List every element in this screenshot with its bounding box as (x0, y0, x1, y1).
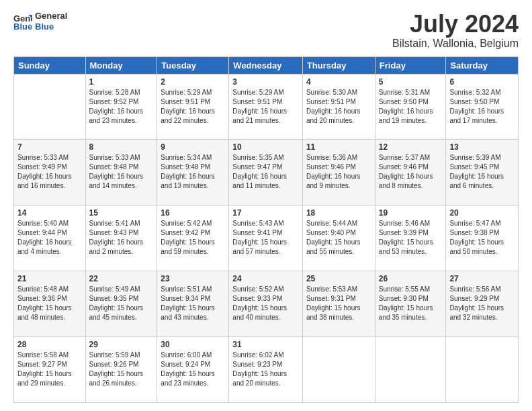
title-block: July 2024 Bilstain, Wallonia, Belgium (392, 11, 519, 50)
main-title: July 2024 (392, 11, 519, 38)
day-number: 12 (379, 142, 443, 152)
calendar-cell (375, 337, 446, 403)
calendar-cell: 8Sunrise: 5:33 AM Sunset: 9:48 PM Daylig… (85, 140, 157, 205)
day-info: Sunrise: 6:00 AM Sunset: 9:24 PM Dayligh… (161, 351, 225, 388)
header: General Blue General Blue July 2024 Bils… (13, 11, 519, 50)
calendar-cell: 20Sunrise: 5:47 AM Sunset: 9:38 PM Dayli… (446, 205, 519, 271)
day-info: Sunrise: 5:41 AM Sunset: 9:43 PM Dayligh… (89, 219, 154, 257)
day-number: 18 (306, 208, 371, 218)
day-info: Sunrise: 5:36 AM Sunset: 9:46 PM Dayligh… (306, 153, 371, 191)
day-number: 9 (161, 142, 225, 152)
day-number: 23 (161, 274, 225, 283)
day-number: 22 (89, 274, 154, 283)
calendar-cell (302, 337, 375, 403)
calendar-cell: 4Sunrise: 5:30 AM Sunset: 9:51 PM Daylig… (302, 74, 375, 140)
calendar-cell: 1Sunrise: 5:28 AM Sunset: 9:52 PM Daylig… (85, 74, 157, 140)
page: General Blue General Blue July 2024 Bils… (0, 0, 532, 411)
calendar-header-row: SundayMondayTuesdayWednesdayThursdayFrid… (14, 56, 519, 74)
day-number: 15 (89, 208, 154, 218)
day-info: Sunrise: 5:56 AM Sunset: 9:29 PM Dayligh… (449, 285, 515, 322)
day-info: Sunrise: 5:47 AM Sunset: 9:38 PM Dayligh… (449, 219, 515, 257)
day-number: 1 (89, 77, 154, 87)
logo: General Blue General Blue (13, 11, 67, 32)
calendar-cell: 22Sunrise: 5:49 AM Sunset: 9:35 PM Dayli… (85, 271, 157, 337)
calendar-cell: 3Sunrise: 5:29 AM Sunset: 9:51 PM Daylig… (229, 74, 303, 140)
day-number: 6 (449, 77, 515, 87)
day-info: Sunrise: 5:48 AM Sunset: 9:36 PM Dayligh… (17, 285, 82, 322)
day-info: Sunrise: 5:52 AM Sunset: 9:33 PM Dayligh… (232, 285, 299, 322)
calendar-cell: 10Sunrise: 5:35 AM Sunset: 9:47 PM Dayli… (229, 140, 303, 205)
day-number: 10 (232, 142, 299, 152)
calendar-cell: 15Sunrise: 5:41 AM Sunset: 9:43 PM Dayli… (85, 205, 157, 271)
calendar-cell: 25Sunrise: 5:53 AM Sunset: 9:31 PM Dayli… (302, 271, 375, 337)
day-number: 14 (17, 208, 82, 218)
day-info: Sunrise: 5:59 AM Sunset: 9:26 PM Dayligh… (89, 351, 154, 388)
day-info: Sunrise: 5:29 AM Sunset: 9:51 PM Dayligh… (161, 88, 225, 126)
day-number: 8 (89, 142, 154, 152)
day-number: 28 (17, 340, 82, 349)
day-info: Sunrise: 5:46 AM Sunset: 9:39 PM Dayligh… (379, 219, 443, 257)
day-number: 27 (449, 274, 515, 283)
day-info: Sunrise: 6:02 AM Sunset: 9:23 PM Dayligh… (232, 351, 299, 388)
day-info: Sunrise: 5:44 AM Sunset: 9:40 PM Dayligh… (306, 219, 371, 257)
day-info: Sunrise: 5:33 AM Sunset: 9:49 PM Dayligh… (17, 153, 82, 191)
day-number: 7 (17, 142, 82, 152)
day-info: Sunrise: 5:37 AM Sunset: 9:46 PM Dayligh… (379, 153, 443, 191)
calendar-cell: 29Sunrise: 5:59 AM Sunset: 9:26 PM Dayli… (85, 337, 157, 403)
calendar-cell: 6Sunrise: 5:32 AM Sunset: 9:50 PM Daylig… (446, 74, 519, 140)
day-number: 26 (379, 274, 443, 283)
svg-text:Blue: Blue (13, 21, 32, 31)
calendar-cell: 9Sunrise: 5:34 AM Sunset: 9:48 PM Daylig… (157, 140, 229, 205)
subtitle: Bilstain, Wallonia, Belgium (392, 38, 519, 50)
calendar-week-row: 7Sunrise: 5:33 AM Sunset: 9:49 PM Daylig… (14, 140, 519, 205)
calendar-cell: 5Sunrise: 5:31 AM Sunset: 9:50 PM Daylig… (375, 74, 446, 140)
calendar-cell: 24Sunrise: 5:52 AM Sunset: 9:33 PM Dayli… (229, 271, 303, 337)
day-number: 4 (306, 77, 371, 87)
calendar-week-row: 1Sunrise: 5:28 AM Sunset: 9:52 PM Daylig… (14, 74, 519, 140)
calendar-weekday-monday: Monday (85, 56, 157, 74)
day-number: 3 (232, 77, 299, 87)
day-info: Sunrise: 5:31 AM Sunset: 9:50 PM Dayligh… (379, 88, 443, 126)
day-info: Sunrise: 5:51 AM Sunset: 9:34 PM Dayligh… (161, 285, 225, 322)
day-info: Sunrise: 5:39 AM Sunset: 9:45 PM Dayligh… (449, 153, 515, 191)
calendar-cell: 28Sunrise: 5:58 AM Sunset: 9:27 PM Dayli… (14, 337, 86, 403)
calendar-weekday-wednesday: Wednesday (229, 56, 303, 74)
day-info: Sunrise: 5:43 AM Sunset: 9:41 PM Dayligh… (232, 219, 299, 257)
calendar-cell: 30Sunrise: 6:00 AM Sunset: 9:24 PM Dayli… (157, 337, 229, 403)
day-number: 29 (89, 340, 154, 349)
calendar-weekday-thursday: Thursday (302, 56, 375, 74)
day-info: Sunrise: 5:55 AM Sunset: 9:30 PM Dayligh… (379, 285, 443, 322)
day-info: Sunrise: 5:49 AM Sunset: 9:35 PM Dayligh… (89, 285, 154, 322)
calendar-cell: 31Sunrise: 6:02 AM Sunset: 9:23 PM Dayli… (229, 337, 303, 403)
day-number: 31 (232, 340, 299, 349)
day-info: Sunrise: 5:42 AM Sunset: 9:42 PM Dayligh… (161, 219, 225, 257)
calendar-cell (446, 337, 519, 403)
day-number: 17 (232, 208, 299, 218)
calendar-week-row: 21Sunrise: 5:48 AM Sunset: 9:36 PM Dayli… (14, 271, 519, 337)
calendar-weekday-tuesday: Tuesday (157, 56, 229, 74)
calendar-cell: 19Sunrise: 5:46 AM Sunset: 9:39 PM Dayli… (375, 205, 446, 271)
day-info: Sunrise: 5:33 AM Sunset: 9:48 PM Dayligh… (89, 153, 154, 191)
calendar-cell: 14Sunrise: 5:40 AM Sunset: 9:44 PM Dayli… (14, 205, 86, 271)
calendar-weekday-friday: Friday (375, 56, 446, 74)
calendar-cell: 7Sunrise: 5:33 AM Sunset: 9:49 PM Daylig… (14, 140, 86, 205)
day-number: 16 (161, 208, 225, 218)
day-info: Sunrise: 5:40 AM Sunset: 9:44 PM Dayligh… (17, 219, 82, 257)
calendar-cell: 13Sunrise: 5:39 AM Sunset: 9:45 PM Dayli… (446, 140, 519, 205)
calendar-weekday-saturday: Saturday (446, 56, 519, 74)
day-info: Sunrise: 5:35 AM Sunset: 9:47 PM Dayligh… (232, 153, 299, 191)
calendar-table: SundayMondayTuesdayWednesdayThursdayFrid… (13, 56, 519, 403)
calendar-cell: 26Sunrise: 5:55 AM Sunset: 9:30 PM Dayli… (375, 271, 446, 337)
logo-icon: General Blue (13, 12, 32, 31)
calendar-cell: 16Sunrise: 5:42 AM Sunset: 9:42 PM Dayli… (157, 205, 229, 271)
day-number: 2 (161, 77, 225, 87)
day-number: 21 (17, 274, 82, 283)
calendar-cell: 2Sunrise: 5:29 AM Sunset: 9:51 PM Daylig… (157, 74, 229, 140)
day-number: 25 (306, 274, 371, 283)
calendar-week-row: 28Sunrise: 5:58 AM Sunset: 9:27 PM Dayli… (14, 337, 519, 403)
day-info: Sunrise: 5:30 AM Sunset: 9:51 PM Dayligh… (306, 88, 371, 126)
day-number: 13 (449, 142, 515, 152)
calendar-cell: 11Sunrise: 5:36 AM Sunset: 9:46 PM Dayli… (302, 140, 375, 205)
day-number: 30 (161, 340, 225, 349)
day-number: 5 (379, 77, 443, 87)
